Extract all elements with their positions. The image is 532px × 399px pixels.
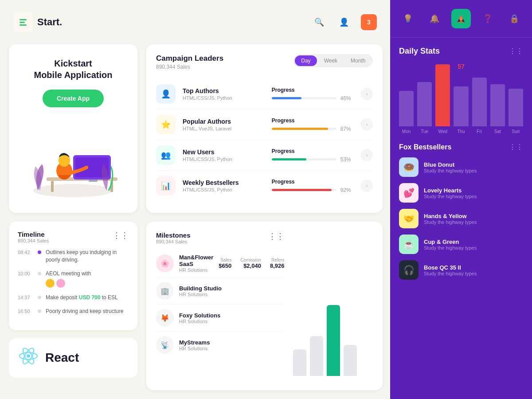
- tl-dot: [38, 272, 41, 275]
- bs-info: Blue Donut Study the highway types: [424, 161, 523, 173]
- bs-info: Lovely Hearts Study the highway types: [424, 187, 523, 199]
- bestseller-item: 🎧 Bose QC 35 II Study the highway types: [399, 260, 523, 280]
- svg-rect-6: [89, 180, 98, 182]
- tl-time: 16:50: [18, 308, 33, 315]
- milestone-row: 🦊 Foxy Solutions HR Solutions: [156, 305, 284, 332]
- sidebar-nav-icon-0[interactable]: 💡: [398, 9, 418, 28]
- left-bottom-column: Timeline 890,344 Sales ⋮⋮ 08:42 Outlines…: [9, 222, 137, 390]
- row-arrow-button[interactable]: ›: [360, 149, 373, 161]
- campaign-title: Campaign Leaders: [156, 54, 223, 63]
- logo-line-1: [20, 19, 27, 20]
- daily-stats-header: Daily Stats ⋮⋮: [399, 47, 523, 56]
- timeline-menu-button[interactable]: ⋮⋮: [113, 231, 129, 240]
- campaign-subtitle: 890,344 Sales: [156, 64, 223, 70]
- bs-thumbnail: 🍩: [399, 157, 419, 177]
- chart-bar-col: [310, 336, 323, 376]
- ms-stat-sales: Sales $650: [219, 258, 231, 269]
- bs-subtitle: Study the highway types: [424, 219, 523, 225]
- tl-time: 14:37: [18, 294, 33, 301]
- progress-bar-bg: [272, 189, 337, 191]
- milestone-row: 🏢 Building Studio HR Solutions: [156, 278, 284, 305]
- sidebar-nav-icon-4[interactable]: 🔒: [505, 9, 524, 28]
- tl-content: AEOL meeting with: [46, 270, 91, 288]
- daily-chart-col: Fri: [472, 78, 487, 134]
- bs-thumbnail: ☕: [399, 235, 419, 254]
- tl-avatar: [56, 279, 65, 288]
- fox-bestsellers-list: 🍩 Blue Donut Study the highway types 💕 L…: [399, 157, 523, 280]
- milestones-title: Milestones: [156, 231, 191, 239]
- period-tab-day[interactable]: Day: [295, 55, 317, 66]
- stat-value-sales: $650: [219, 262, 231, 269]
- milestone-row: 📡 MyStreams HR Solutions: [156, 332, 284, 358]
- ms-avatar: 🦊: [156, 309, 174, 327]
- daily-bar-label: Mon: [402, 129, 411, 134]
- bs-thumbnail: 🎧: [399, 260, 419, 280]
- user-icon[interactable]: 👤: [336, 14, 352, 30]
- timeline-title-group: Timeline 890,344 Sales: [18, 231, 49, 243]
- ms-bar: [310, 336, 323, 376]
- bs-name: Blue Donut: [424, 161, 523, 168]
- ms-sub: HR Solutions: [179, 267, 213, 273]
- period-tab-month[interactable]: Month: [344, 55, 372, 66]
- fox-menu[interactable]: ⋮⋮: [509, 143, 523, 151]
- ms-stat-commission: Comission $2,040: [240, 258, 261, 269]
- bestseller-item: ☕ Cup & Green Study the highway types: [399, 235, 523, 254]
- notification-badge[interactable]: 3: [361, 14, 377, 30]
- tl-text: Make deposit: [46, 294, 79, 301]
- bs-subtitle: Study the highway types: [424, 271, 523, 276]
- ms-name: Building Studio: [179, 285, 284, 292]
- row-tech: HTML/CSS/JS, Python: [183, 156, 265, 162]
- row-name: Popular Authors: [183, 118, 265, 125]
- row-arrow-button[interactable]: ›: [360, 118, 373, 131]
- sidebar-nav-icon-2[interactable]: [451, 9, 471, 28]
- campaign-row: ⭐ Popular Authors HTML, VueJS, Laravel P…: [156, 110, 373, 140]
- chart-bar-col: [293, 349, 306, 376]
- daily-bar-label: Sun: [512, 129, 520, 134]
- timeline-card: Timeline 890,344 Sales ⋮⋮ 08:42 Outlines…: [9, 222, 137, 330]
- row-name: Weekly Bestsellers: [183, 179, 265, 186]
- row-arrow-button[interactable]: ›: [360, 88, 373, 100]
- sidebar-nav-icon-3[interactable]: ❓: [478, 9, 497, 28]
- daily-bar: [417, 82, 432, 126]
- campaign-row: 👤 Top Authors HTML/CSS/JS, Python Progre…: [156, 79, 373, 110]
- milestones-menu-button[interactable]: ⋮⋮: [268, 231, 284, 241]
- daily-bar: [472, 78, 487, 126]
- row-tech: HTML/CSS/JS, Python: [183, 187, 265, 192]
- milestones-rows: 🌸 Man&Flower SaaS HR Solutions Sales $65…: [156, 250, 284, 358]
- header-actions: 🔍 👤 3: [311, 14, 377, 30]
- ms-stat-refers: Refers 8,926: [270, 258, 285, 269]
- illustration-svg: [24, 129, 122, 200]
- daily-bar: [435, 64, 450, 126]
- progress-bar-bg: [272, 158, 337, 160]
- bestseller-item: 🤝 Hands & Yellow Study the highway types: [399, 209, 523, 228]
- bestseller-item: 💕 Lovely Hearts Study the highway types: [399, 183, 523, 203]
- sidebar-nav-icon-1[interactable]: 🔔: [425, 9, 444, 28]
- tl-content: Poorly driving and keep structure: [46, 308, 123, 315]
- row-info: Popular Authors HTML, VueJS, Laravel: [183, 118, 265, 131]
- bs-name: Bose QC 35 II: [424, 264, 523, 271]
- daily-chart-col: Thu: [454, 86, 468, 134]
- row-progress: Progress 87%: [272, 117, 354, 132]
- search-icon[interactable]: 🔍: [311, 14, 327, 30]
- daily-stats-menu[interactable]: ⋮⋮: [509, 47, 523, 55]
- tl-avatars: [46, 279, 91, 288]
- bs-info: Cup & Green Study the highway types: [424, 239, 523, 250]
- svg-point-17: [460, 19, 461, 19]
- logo-lines: [20, 19, 27, 26]
- daily-bar-label: Wed: [438, 129, 447, 134]
- daily-bar: [509, 89, 523, 126]
- react-logo-icon: [18, 345, 39, 371]
- svg-rect-2: [51, 181, 54, 192]
- stat-value-commission: $2,040: [240, 262, 261, 269]
- create-app-button[interactable]: Create App: [43, 90, 104, 107]
- daily-bar: [399, 91, 414, 126]
- row-arrow-button[interactable]: ›: [360, 180, 373, 192]
- progress-bar-wrap: 46%: [272, 95, 354, 102]
- progress-label: Progress: [272, 87, 354, 93]
- period-tab-week[interactable]: Week: [318, 55, 344, 66]
- bs-name: Lovely Hearts: [424, 187, 523, 194]
- chart-bar-col: [327, 305, 340, 376]
- milestones-chart: [293, 231, 373, 380]
- campaign-row: 📊 Weekly Bestsellers HTML/CSS/JS, Python…: [156, 171, 373, 201]
- progress-label: Progress: [272, 179, 354, 185]
